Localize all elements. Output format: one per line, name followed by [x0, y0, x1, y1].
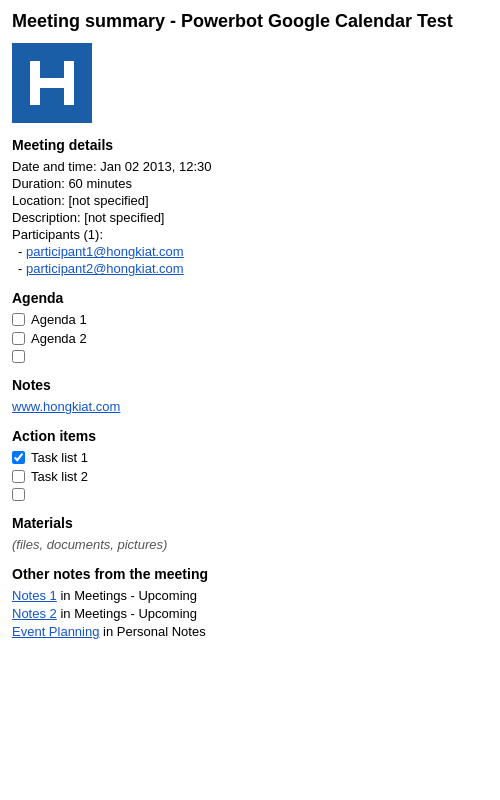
- action-item-3: [12, 488, 488, 501]
- materials-section: Materials (files, documents, pictures): [12, 515, 488, 552]
- participants-list: - participant1@hongkiat.com - participan…: [18, 244, 488, 276]
- meeting-details-section: Meeting details Date and time: Jan 02 20…: [12, 137, 488, 276]
- agenda-checkbox-1[interactable]: [12, 313, 25, 326]
- materials-heading: Materials: [12, 515, 488, 531]
- action-label-1: Task list 1: [31, 450, 88, 465]
- other-notes-item-1: Notes 1 in Meetings - Upcoming: [12, 588, 488, 603]
- page-title: Meeting summary - Powerbot Google Calend…: [12, 10, 488, 33]
- action-checkbox-3[interactable]: [12, 488, 25, 501]
- other-notes-item-2: Notes 2 in Meetings - Upcoming: [12, 606, 488, 621]
- hotel-icon: [12, 43, 92, 123]
- other-notes-link-2[interactable]: Notes 2: [12, 606, 57, 621]
- description-value: [not specified]: [84, 210, 164, 225]
- agenda-heading: Agenda: [12, 290, 488, 306]
- duration-label: Duration:: [12, 176, 65, 191]
- location-label: Location:: [12, 193, 65, 208]
- agenda-item-1: Agenda 1: [12, 312, 488, 327]
- location-row: Location: [not specified]: [12, 193, 488, 208]
- description-row: Description: [not specified]: [12, 210, 488, 225]
- other-notes-suffix-2: in Meetings - Upcoming: [57, 606, 197, 621]
- other-notes-link-3[interactable]: Event Planning: [12, 624, 99, 639]
- date-row: Date and time: Jan 02 2013, 12:30: [12, 159, 488, 174]
- agenda-item-3: [12, 350, 488, 363]
- action-item-1: Task list 1: [12, 450, 488, 465]
- agenda-checkbox-2[interactable]: [12, 332, 25, 345]
- date-value: Jan 02 2013, 12:30: [100, 159, 211, 174]
- location-value: [not specified]: [68, 193, 148, 208]
- date-label: Date and time:: [12, 159, 97, 174]
- other-notes-list: Notes 1 in Meetings - Upcoming Notes 2 i…: [12, 588, 488, 639]
- agenda-label-1: Agenda 1: [31, 312, 87, 327]
- agenda-section: Agenda Agenda 1 Agenda 2: [12, 290, 488, 363]
- svg-rect-3: [30, 78, 74, 88]
- other-notes-section: Other notes from the meeting Notes 1 in …: [12, 566, 488, 639]
- notes-content: www.hongkiat.com: [12, 399, 488, 414]
- notes-heading: Notes: [12, 377, 488, 393]
- participant-1-email[interactable]: participant1@hongkiat.com: [26, 244, 184, 259]
- notes-url[interactable]: www.hongkiat.com: [12, 399, 120, 414]
- participant-2: - participant2@hongkiat.com: [18, 261, 488, 276]
- action-checkbox-1[interactable]: [12, 451, 25, 464]
- other-notes-item-3: Event Planning in Personal Notes: [12, 624, 488, 639]
- action-label-2: Task list 2: [31, 469, 88, 484]
- participants-label: Participants (1):: [12, 227, 103, 242]
- participant-1: - participant1@hongkiat.com: [18, 244, 488, 259]
- participant-2-email[interactable]: participant2@hongkiat.com: [26, 261, 184, 276]
- duration-row: Duration: 60 minutes: [12, 176, 488, 191]
- duration-value: 60 minutes: [68, 176, 132, 191]
- agenda-item-2: Agenda 2: [12, 331, 488, 346]
- agenda-label-2: Agenda 2: [31, 331, 87, 346]
- action-item-2: Task list 2: [12, 469, 488, 484]
- other-notes-link-1[interactable]: Notes 1: [12, 588, 57, 603]
- action-items-section: Action items Task list 1 Task list 2: [12, 428, 488, 501]
- action-checkbox-2[interactable]: [12, 470, 25, 483]
- meeting-details-heading: Meeting details: [12, 137, 488, 153]
- agenda-checkbox-3[interactable]: [12, 350, 25, 363]
- other-notes-heading: Other notes from the meeting: [12, 566, 488, 582]
- action-items-heading: Action items: [12, 428, 488, 444]
- other-notes-suffix-3: in Personal Notes: [99, 624, 205, 639]
- other-notes-suffix-1: in Meetings - Upcoming: [57, 588, 197, 603]
- description-label: Description:: [12, 210, 81, 225]
- notes-section: Notes www.hongkiat.com: [12, 377, 488, 414]
- participants-header: Participants (1):: [12, 227, 488, 242]
- materials-content: (files, documents, pictures): [12, 537, 488, 552]
